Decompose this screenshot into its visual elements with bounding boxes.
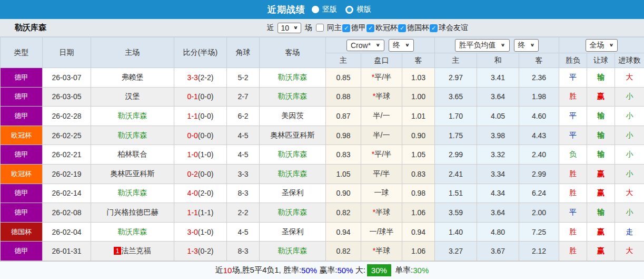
- chevron-down-icon: ∨: [375, 42, 380, 47]
- odds-final-select[interactable]: 终∨: [389, 39, 414, 52]
- corner-cell: 4-5: [227, 222, 260, 242]
- table-row: 欧冠杯26-02-25勒沃库森0-0(0-0)4-5奥林匹亚科斯0.98半/一0…: [1, 126, 644, 145]
- away-team: 勒沃库森: [260, 145, 326, 165]
- avg-home: 2.97: [435, 68, 477, 88]
- home-team: 柏林联合: [91, 145, 174, 165]
- vertical-layout-label[interactable]: 竖版: [322, 5, 337, 14]
- corner-cell: 6-2: [227, 107, 260, 126]
- goals-result-cell: 大: [615, 184, 644, 203]
- away-team: 勒沃库森: [260, 87, 326, 107]
- avg-draw: 3.34: [477, 164, 519, 184]
- league-filter-group: ✓德甲✓欧冠杯✓德国杯✓球会友谊: [342, 23, 469, 33]
- matches-label: 场: [305, 23, 312, 33]
- result-cell: 胜: [559, 184, 587, 203]
- odds-handicap: 一/球半: [361, 222, 402, 242]
- score-cell: 3-0(1-0): [174, 222, 227, 242]
- odds-away: 1.03: [402, 68, 435, 88]
- league-checkbox[interactable]: ✓: [398, 24, 406, 32]
- team-name: 勒沃库森: [15, 23, 46, 33]
- odds-handicap: 半/一: [361, 126, 402, 145]
- league-checkbox-label: 德国杯: [407, 23, 429, 32]
- horizontal-layout-label[interactable]: 横版: [356, 5, 371, 14]
- home-team: 勒沃库森: [91, 107, 174, 126]
- match-date: 26-02-25: [43, 126, 91, 145]
- score-cell: 0-1(0-0): [174, 87, 227, 107]
- result-cell: 平: [559, 203, 587, 223]
- table-row: 德国杯26-02-04勒沃库森3-0(1-0)4-5圣保利0.94一/球半0.9…: [1, 222, 644, 242]
- sub-col-header: 胜负: [559, 53, 587, 68]
- same-home-checkbox[interactable]: [316, 24, 324, 32]
- horizontal-layout-radio[interactable]: [345, 6, 353, 14]
- result-cell: 平: [559, 126, 587, 145]
- table-row: 德甲26-01-311法兰克福1-3(0-2)8-3勒沃库森0.82*半球1.0…: [1, 242, 644, 261]
- match-date: 26-02-21: [43, 145, 91, 165]
- avg-away: 2.99: [519, 164, 559, 184]
- odds-home: 0.98: [326, 126, 361, 145]
- avg-home: 2.41: [435, 164, 477, 184]
- recent-count-select[interactable]: 10 ∨: [278, 23, 301, 33]
- league-checkbox[interactable]: ✓: [430, 24, 438, 32]
- league-badge: 欧冠杯: [1, 164, 43, 184]
- avg-draw: 4.05: [477, 107, 519, 126]
- result-cell: 平: [559, 68, 587, 88]
- summary-segment: 赢率:: [317, 265, 337, 275]
- corner-cell: 2-2: [227, 203, 260, 223]
- odds-handicap: 平/半: [361, 164, 402, 184]
- results-table: 类型 日期 主场 比分(半场) 角球 客场 Crow*∨ 终∨ 胜平负均值∨ 终…: [0, 37, 644, 261]
- handicap-result-cell: 输: [587, 107, 615, 126]
- goals-result-cell: 小: [615, 87, 644, 107]
- avg-home: 2.99: [435, 145, 477, 165]
- league-badge: 德甲: [1, 107, 43, 126]
- odds-home: 0.82: [326, 242, 361, 261]
- goals-result-cell: 大: [615, 68, 644, 88]
- avg-source-select[interactable]: 胜平负均值∨: [455, 39, 510, 52]
- match-date: 26-02-14: [43, 184, 91, 203]
- score-cell: 4-0(2-0): [174, 184, 227, 203]
- avg-away: 7.25: [519, 222, 559, 242]
- sub-col-header: 主: [435, 53, 477, 68]
- score-cell: 3-3(2-2): [174, 68, 227, 88]
- summary-segment: 近: [215, 265, 223, 275]
- avg-home: 1.40: [435, 222, 477, 242]
- home-team: 门兴格拉德巴赫: [91, 203, 174, 223]
- avg-home: 3.27: [435, 242, 477, 261]
- result-cell: 胜: [559, 87, 587, 107]
- summary-segment: 大:: [353, 265, 365, 275]
- away-team: 圣保利: [260, 222, 326, 242]
- odds-source-select[interactable]: Crow*∨: [346, 40, 384, 51]
- avg-final-select[interactable]: 终∨: [514, 39, 539, 52]
- vertical-layout-radio[interactable]: [312, 6, 319, 13]
- league-badge: 德甲: [1, 242, 43, 261]
- handicap-result-cell: 赢: [587, 222, 615, 242]
- chevron-down-icon: ∨: [405, 42, 410, 47]
- goals-result-cell: 小: [615, 126, 644, 145]
- rank-badge: 1: [114, 247, 121, 255]
- handicap-result-cell: 赢: [587, 87, 615, 107]
- odds-handicap: *半球: [361, 87, 402, 107]
- league-checkbox[interactable]: ✓: [342, 24, 350, 32]
- col-header-home: 主场: [91, 37, 174, 68]
- table-row: 德甲26-03-07弗赖堡3-3(2-2)5-2勒沃库森0.85*平/半1.03…: [1, 68, 644, 88]
- odds-home: 0.87: [326, 107, 361, 126]
- away-team: 勒沃库森: [260, 68, 326, 88]
- odds-away: 1.01: [402, 107, 435, 126]
- top-title-bar: 近期战绩 竖版 横版: [0, 0, 644, 19]
- odds-home: 0.83: [326, 145, 361, 165]
- handicap-result-cell: 输: [587, 145, 615, 165]
- table-row: 德甲26-02-21柏林联合1-0(1-0)4-5勒沃库森0.83*平/半1.0…: [1, 145, 644, 165]
- filter-controls: 近 10 ∨ 场 同主 ✓德甲✓欧冠杯✓德国杯✓球会友谊: [265, 23, 469, 33]
- filter-bar: 勒沃库森 近 10 ∨ 场 同主 ✓德甲✓欧冠杯✓德国杯✓球会友谊: [0, 19, 644, 37]
- odds-handicap: *平/半: [361, 68, 402, 88]
- league-checkbox-label: 欧冠杯: [375, 23, 398, 32]
- summary-footer: 近10场,胜5平4负1, 胜率:50% 赢率:50% 大:30% 单率:30%: [0, 261, 644, 279]
- sub-col-header: 客: [402, 53, 435, 68]
- away-team: 勒沃库森: [260, 164, 326, 184]
- goals-result-cell: 走: [615, 222, 644, 242]
- avg-home: 3.65: [435, 87, 477, 107]
- avg-draw: 4.34: [477, 184, 519, 203]
- avg-home: 3.59: [435, 203, 477, 223]
- avg-draw: 3.64: [477, 203, 519, 223]
- handicap-result-cell: 输: [587, 203, 615, 223]
- league-checkbox[interactable]: ✓: [366, 24, 374, 32]
- full-match-select[interactable]: 全场∨: [586, 39, 618, 52]
